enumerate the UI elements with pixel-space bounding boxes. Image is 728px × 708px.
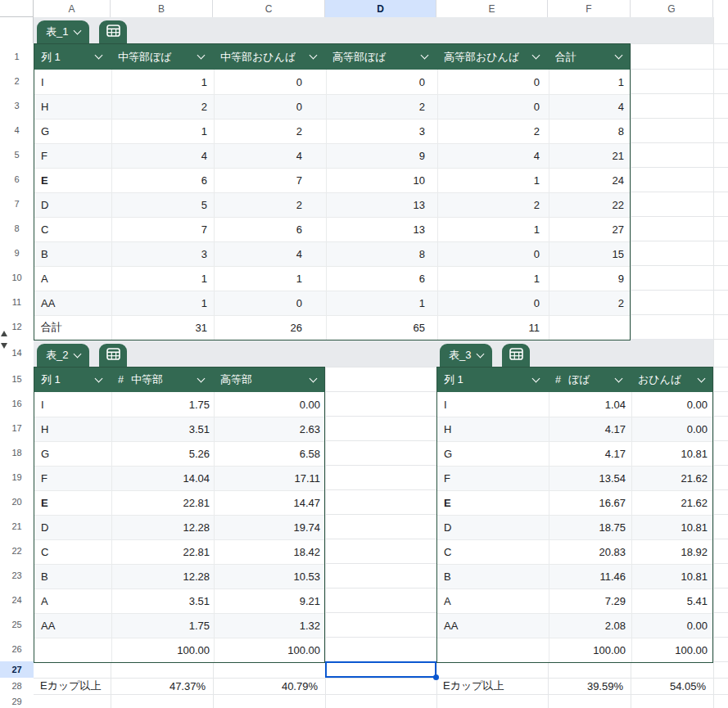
cell-C28[interactable]: 40.79% — [213, 678, 325, 694]
cell-E3[interactable]: 0 — [437, 94, 549, 119]
cell-D12[interactable]: 65 — [326, 315, 437, 340]
cell-F18[interactable]: 4.17 — [549, 441, 631, 466]
row-header-8[interactable]: 8 — [0, 216, 34, 241]
cell-A19[interactable]: F — [34, 466, 111, 490]
cell-C19[interactable]: 17.11 — [214, 466, 325, 490]
table-column-header[interactable]: おひんば — [631, 368, 713, 392]
cell-G21[interactable]: 10.81 — [631, 515, 713, 539]
cell-E10[interactable]: 1 — [437, 266, 549, 291]
table-column-header[interactable]: 列 1 — [34, 368, 111, 392]
table-column-header[interactable]: 中等部ぼば — [111, 44, 214, 70]
cell-A4[interactable]: G — [34, 119, 111, 143]
cell-E28[interactable]: Eカップ以上 — [436, 678, 548, 694]
row-header-7[interactable]: 7 — [0, 192, 34, 216]
column-header-E[interactable]: E — [436, 0, 548, 17]
chevron-down-icon[interactable] — [532, 374, 540, 382]
cell-E2[interactable]: 0 — [437, 70, 549, 94]
row-header-17[interactable]: 17 — [0, 416, 34, 440]
cell-A23[interactable]: B — [34, 564, 111, 588]
table-chip-3[interactable]: 表_3 — [440, 344, 492, 367]
cell-B11[interactable]: 1 — [111, 291, 214, 315]
hidden-row-expand-down-icon[interactable] — [1, 343, 7, 349]
cell-A12[interactable]: 合計 — [34, 315, 111, 340]
cell-B5[interactable]: 4 — [111, 143, 214, 168]
row-header-2[interactable]: 2 — [0, 69, 34, 93]
cell-A10[interactable]: A — [34, 266, 111, 291]
cell-B18[interactable]: 5.26 — [111, 441, 214, 466]
cell-E7[interactable]: 2 — [437, 192, 549, 217]
chevron-down-icon[interactable] — [698, 374, 706, 382]
chevron-down-icon[interactable] — [310, 52, 318, 60]
table-column-header[interactable]: 中等部おひんば — [214, 44, 326, 70]
cell-C10[interactable]: 1 — [214, 266, 326, 291]
row-header-21[interactable]: 21 — [0, 514, 34, 539]
cell-C2[interactable]: 0 — [214, 70, 326, 94]
cell-E23[interactable]: B — [437, 564, 549, 588]
cell-D8[interactable]: 13 — [326, 217, 437, 241]
cell-E18[interactable]: G — [437, 441, 549, 466]
cell-A3[interactable]: H — [34, 94, 111, 119]
cell-C6[interactable]: 7 — [214, 168, 326, 192]
cell-F17[interactable]: 4.17 — [549, 417, 631, 441]
row-header-26[interactable]: 26 — [0, 637, 34, 661]
cell-C16[interactable]: 0.00 — [214, 392, 325, 417]
cell-B16[interactable]: 1.75 — [111, 392, 214, 417]
cell-C22[interactable]: 18.42 — [214, 539, 325, 564]
cell-B23[interactable]: 12.28 — [111, 564, 214, 588]
cell-A20[interactable]: E — [34, 490, 111, 515]
cell-B2[interactable]: 1 — [111, 70, 214, 94]
cell-E9[interactable]: 0 — [437, 241, 549, 266]
row-header-22[interactable]: 22 — [0, 539, 34, 563]
cell-E22[interactable]: C — [437, 539, 549, 564]
cell-E8[interactable]: 1 — [437, 217, 549, 241]
cell-A28[interactable]: Eカップ以上 — [34, 678, 111, 694]
cell-F26[interactable]: 100.00 — [549, 638, 631, 662]
cell-B7[interactable]: 5 — [111, 192, 214, 217]
cell-E5[interactable]: 4 — [437, 143, 549, 168]
cell-C5[interactable]: 4 — [214, 143, 326, 168]
cell-E25[interactable]: AA — [437, 613, 549, 638]
cell-C20[interactable]: 14.47 — [214, 490, 325, 515]
cell-B10[interactable]: 1 — [111, 266, 214, 291]
column-header-partial[interactable] — [713, 0, 728, 17]
row-header-28[interactable]: 28 — [0, 678, 34, 694]
chevron-down-icon[interactable] — [197, 52, 206, 60]
cell-A2[interactable]: I — [34, 70, 111, 94]
cell-G23[interactable]: 10.81 — [631, 564, 713, 588]
table-column-header[interactable]: 高等部ぼば — [326, 44, 437, 70]
table-menu-tab-2[interactable] — [99, 344, 127, 367]
row-header-18[interactable]: 18 — [0, 440, 34, 465]
row-header-20[interactable]: 20 — [0, 489, 34, 514]
cell-A8[interactable]: C — [34, 217, 111, 241]
table-chip-1[interactable]: 表_1 — [37, 20, 89, 43]
cell-C26[interactable]: 100.00 — [214, 638, 325, 662]
cell-G22[interactable]: 18.92 — [631, 539, 713, 564]
cell-B22[interactable]: 22.81 — [111, 539, 214, 564]
cell-A21[interactable]: D — [34, 515, 111, 539]
cell-F9[interactable]: 15 — [549, 241, 631, 266]
cell-F5[interactable]: 21 — [549, 143, 631, 168]
cell-D11[interactable]: 1 — [326, 291, 437, 315]
cell-B8[interactable]: 7 — [111, 217, 214, 241]
cell-A25[interactable]: AA — [34, 613, 111, 638]
cell-D9[interactable]: 8 — [326, 241, 437, 266]
cell-F28[interactable]: 39.59% — [548, 678, 631, 694]
row-header-24[interactable]: 24 — [0, 588, 34, 612]
row-header-19[interactable]: 19 — [0, 465, 34, 489]
column-header-D[interactable]: D — [325, 0, 436, 17]
cell-A24[interactable]: A — [34, 588, 111, 613]
cell-C7[interactable]: 2 — [214, 192, 326, 217]
table-column-header[interactable]: #中等部 — [111, 368, 214, 392]
cell-A11[interactable]: AA — [34, 291, 111, 315]
cell-C9[interactable]: 4 — [214, 241, 326, 266]
table-menu-tab-1[interactable] — [99, 20, 127, 43]
column-header-G[interactable]: G — [631, 0, 713, 17]
column-header-F[interactable]: F — [548, 0, 631, 17]
cell-G28[interactable]: 54.05% — [631, 678, 713, 694]
chevron-down-icon[interactable] — [615, 52, 623, 60]
cell-C11[interactable]: 0 — [214, 291, 326, 315]
cell-E19[interactable]: F — [437, 466, 549, 490]
cell-C25[interactable]: 1.32 — [214, 613, 325, 638]
cell-C8[interactable]: 6 — [214, 217, 326, 241]
cell-A22[interactable]: C — [34, 539, 111, 564]
